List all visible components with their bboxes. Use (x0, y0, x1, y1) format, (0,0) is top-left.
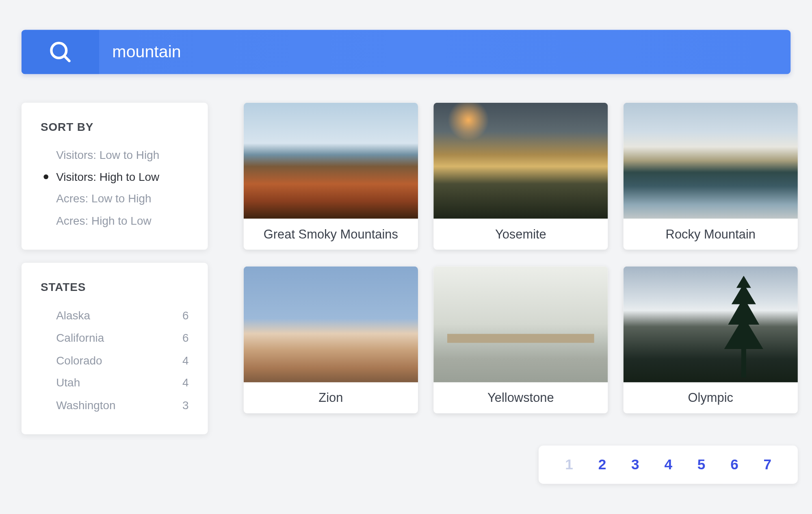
state-count: 6 (182, 307, 189, 325)
result-title: Zion (244, 382, 418, 413)
page-7[interactable]: 7 (764, 456, 772, 473)
sort-option-acres-high-low[interactable]: Acres: High to Low (41, 210, 189, 232)
state-filter-utah[interactable]: Utah 4 (41, 372, 189, 394)
result-card-yellowstone[interactable]: Yellowstone (433, 267, 608, 414)
sort-option-acres-low-high[interactable]: Acres: Low to High (41, 188, 189, 210)
page-2[interactable]: 2 (598, 456, 606, 473)
state-name: Washington (56, 397, 115, 414)
page-6[interactable]: 6 (730, 456, 738, 473)
state-count: 3 (182, 397, 189, 414)
search-input[interactable] (99, 30, 790, 74)
pagination: 1 2 3 4 5 6 7 (539, 446, 798, 484)
page-5[interactable]: 5 (697, 456, 706, 473)
result-thumb (244, 267, 418, 382)
state-name: California (56, 330, 104, 347)
states-list: Alaska 6 California 6 Colorado 4 Utah 4 (41, 305, 189, 416)
search-bar[interactable] (22, 30, 790, 74)
state-count: 6 (182, 330, 189, 347)
state-count: 4 (182, 374, 189, 392)
result-thumb (244, 103, 418, 219)
sidebar: SORT BY Visitors: Low to High Visitors: … (22, 103, 208, 434)
result-title: Yellowstone (433, 382, 608, 413)
result-card-yosemite[interactable]: Yosemite (433, 103, 608, 250)
svg-line-1 (64, 56, 69, 61)
sort-option-visitors-high-low[interactable]: Visitors: High to Low (41, 166, 189, 188)
state-name: Alaska (56, 307, 90, 325)
result-card-rocky-mountain[interactable]: Rocky Mountain (624, 103, 798, 250)
search-icon (22, 30, 99, 74)
page-4[interactable]: 4 (664, 456, 672, 473)
sort-options: Visitors: Low to High Visitors: High to … (41, 145, 189, 232)
results-grid: Great Smoky Mountains Yosemite Rocky Mou… (244, 103, 798, 413)
state-name: Colorado (56, 352, 102, 369)
state-filter-california[interactable]: California 6 (41, 327, 189, 349)
state-filter-colorado[interactable]: Colorado 4 (41, 349, 189, 372)
sort-card: SORT BY Visitors: Low to High Visitors: … (22, 103, 208, 250)
state-filter-washington[interactable]: Washington 3 (41, 394, 189, 416)
result-title: Yosemite (433, 219, 608, 249)
states-title: STATES (41, 281, 189, 294)
result-thumb (624, 267, 798, 382)
states-card: STATES Alaska 6 California 6 Colorado 4 (22, 263, 208, 434)
state-filter-alaska[interactable]: Alaska 6 (41, 305, 189, 327)
state-name: Utah (56, 374, 80, 392)
sort-option-visitors-low-high[interactable]: Visitors: Low to High (41, 145, 189, 167)
page-1: 1 (565, 456, 573, 473)
sort-title: SORT BY (41, 121, 189, 134)
page-3[interactable]: 3 (631, 456, 639, 473)
result-thumb (433, 267, 608, 382)
result-card-olympic[interactable]: Olympic (624, 267, 798, 414)
result-thumb (624, 103, 798, 219)
result-title: Great Smoky Mountains (244, 219, 418, 249)
pagination-row: 1 2 3 4 5 6 7 (244, 446, 798, 484)
result-card-great-smoky-mountains[interactable]: Great Smoky Mountains (244, 103, 418, 250)
result-title: Olympic (624, 382, 798, 413)
results-area: Great Smoky Mountains Yosemite Rocky Mou… (244, 103, 798, 484)
result-title: Rocky Mountain (624, 219, 798, 249)
state-count: 4 (182, 352, 189, 369)
result-thumb (433, 103, 608, 219)
result-card-zion[interactable]: Zion (244, 267, 418, 414)
